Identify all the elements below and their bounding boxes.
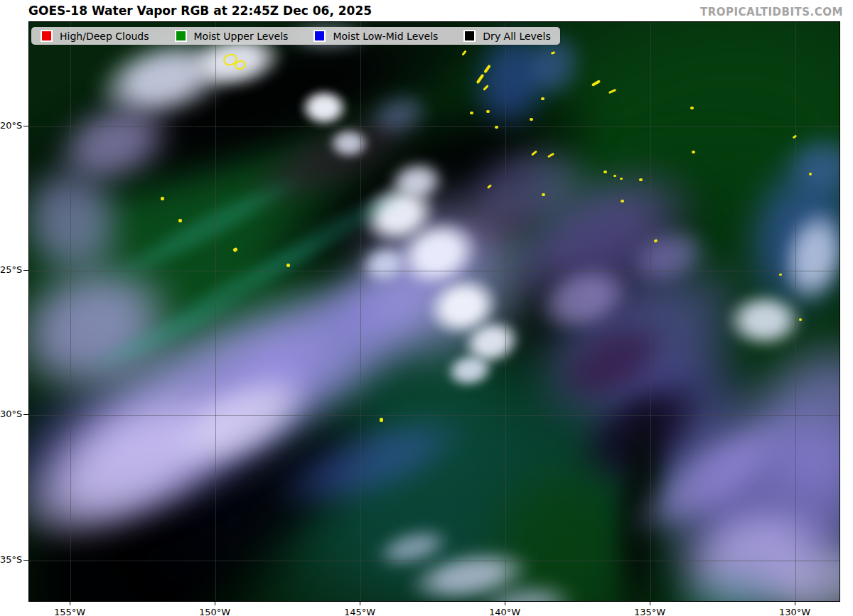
cloud-blob xyxy=(141,222,343,347)
lat-tick xyxy=(23,414,28,415)
lon-tick xyxy=(360,601,360,605)
cloud-blob xyxy=(161,214,508,470)
cloud-blob xyxy=(28,144,144,297)
yellow-contour-mark xyxy=(232,247,238,252)
longitude-gridline xyxy=(360,22,361,601)
cloud-blob xyxy=(155,350,330,490)
cloud-blob xyxy=(328,127,370,159)
cloud-blob xyxy=(28,21,511,515)
yellow-contour-mark xyxy=(547,152,554,158)
cloud-blob xyxy=(258,393,483,533)
yellow-contour-mark xyxy=(483,85,488,90)
site-watermark: TROPICALTIDBITS.COM xyxy=(700,6,843,18)
lon-tick xyxy=(795,601,795,605)
yellow-contour-mark xyxy=(531,150,537,156)
cloud-blob xyxy=(539,301,685,426)
longitude-gridline xyxy=(650,22,651,601)
longitude-gridline xyxy=(505,22,506,601)
yellow-contour-mark xyxy=(690,107,694,109)
legend: High/Deep CloudsMoist Upper LevelsMoist … xyxy=(31,27,560,45)
cloud-blob xyxy=(386,207,489,299)
cloud-blob xyxy=(215,33,640,352)
lat-tick-label: 30°S xyxy=(0,409,22,419)
cloud-blob xyxy=(719,307,840,533)
cloud-blob xyxy=(235,173,421,298)
latitude-gridline xyxy=(29,415,839,416)
cloud-blob xyxy=(75,286,254,384)
lat-tick-label: 20°S xyxy=(0,120,22,131)
yellow-contour-mark xyxy=(793,134,798,139)
cloud-blob xyxy=(396,168,572,302)
legend-item: Dry All Levels xyxy=(463,30,550,42)
cloud-blob xyxy=(28,346,284,580)
legend-item: High/Deep Clouds xyxy=(41,30,149,42)
page-title: GOES-18 Water Vapor RGB at 22:45Z Dec 06… xyxy=(28,4,372,18)
cloud-blob xyxy=(421,134,747,422)
cloud-blob xyxy=(487,204,794,480)
yellow-contour-mark xyxy=(380,418,383,422)
yellow-contour-mark xyxy=(653,239,658,243)
lat-tick-label: 35°S xyxy=(0,554,22,565)
cloud-blob xyxy=(419,267,506,345)
yellow-contour-mark xyxy=(551,51,556,55)
lon-tick-label: 135°W xyxy=(631,607,668,616)
legend-swatch xyxy=(175,30,187,42)
cloud-blob xyxy=(550,352,731,517)
cloud-blob xyxy=(621,363,840,602)
cloud-blob xyxy=(307,148,576,408)
lon-tick-label: 140°W xyxy=(486,607,523,616)
cloud-blob xyxy=(287,205,511,379)
lon-tick-label: 150°W xyxy=(196,607,233,616)
cloud-blob xyxy=(28,352,363,602)
lon-tick-label: 130°W xyxy=(776,607,813,616)
yellow-contour-mark xyxy=(613,175,616,177)
yellow-contour-mark xyxy=(178,219,182,222)
cloud-blob xyxy=(385,156,448,208)
legend-item-label: Moist Low-Mid Levels xyxy=(333,31,438,42)
yellow-contour-mark xyxy=(639,178,643,181)
yellow-contour-mark xyxy=(476,74,484,85)
cloud-blob xyxy=(476,579,579,602)
legend-item: Moist Low-Mid Levels xyxy=(313,30,438,42)
cloud-blob xyxy=(299,88,349,127)
legend-item-label: High/Deep Clouds xyxy=(60,31,149,42)
longitude-gridline xyxy=(795,22,796,601)
yellow-contour-mark xyxy=(530,118,533,121)
cloud-blob xyxy=(619,215,719,298)
cloud-blob xyxy=(526,252,641,346)
yellow-contour-mark xyxy=(620,178,623,180)
lat-tick xyxy=(23,560,28,561)
legend-item-label: Dry All Levels xyxy=(483,31,550,42)
cloud-blob xyxy=(554,308,798,531)
cloud-blob xyxy=(726,292,804,349)
legend-swatch xyxy=(41,30,53,42)
yellow-contour-mark xyxy=(591,80,600,87)
longitude-gridline xyxy=(70,22,71,601)
satellite-map-image: High/Deep CloudsMoist Upper LevelsMoist … xyxy=(28,21,840,602)
cloud-blob xyxy=(104,353,422,602)
latitude-gridline xyxy=(29,126,839,127)
cloud-blob xyxy=(355,238,414,288)
yellow-contour-mark xyxy=(486,184,491,189)
yellow-contour-mark xyxy=(542,193,545,196)
cloud-blob xyxy=(195,231,602,553)
yellow-contour-mark xyxy=(161,197,164,200)
cloud-blob xyxy=(99,161,314,295)
cloud-blob xyxy=(370,521,455,576)
yellow-contour-mark xyxy=(608,88,616,93)
longitude-gridline xyxy=(215,22,216,601)
yellow-contour-mark xyxy=(483,65,491,74)
cloud-blob xyxy=(746,524,840,602)
cloud-blob xyxy=(225,83,445,231)
lon-tick xyxy=(505,601,505,605)
yellow-contour-mark xyxy=(621,200,624,202)
latitude-gridline xyxy=(29,271,839,271)
cloud-blob xyxy=(200,322,740,602)
lon-tick xyxy=(215,601,215,605)
cloud-blob xyxy=(783,132,840,196)
yellow-contour-mark xyxy=(541,97,544,100)
legend-item: Moist Upper Levels xyxy=(175,30,289,42)
yellow-contour-mark xyxy=(486,110,490,113)
cloud-blob xyxy=(468,129,728,341)
cloud-blob xyxy=(42,318,358,566)
